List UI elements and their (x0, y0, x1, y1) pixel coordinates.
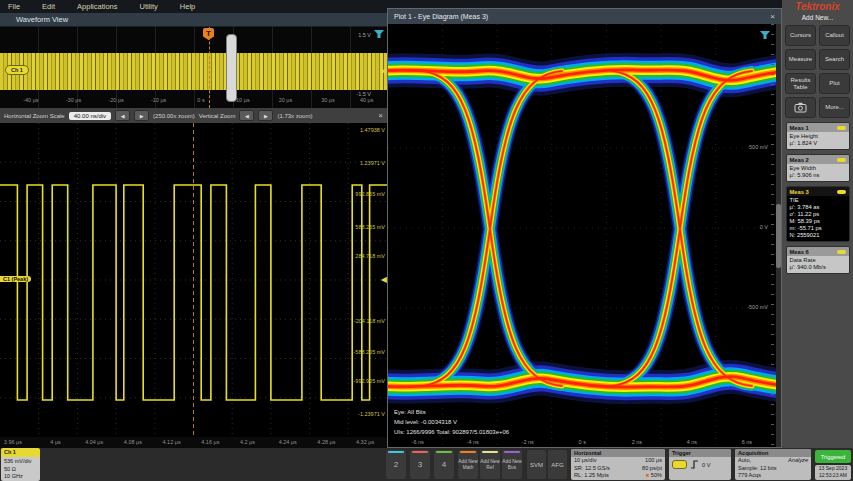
sidebar-button-grid: Cursors Callout Measure Search Results T… (782, 25, 853, 118)
zoom-x-tick: 3.96 µs (4, 439, 22, 445)
v-zoom-increase-button[interactable]: ▶ (258, 110, 273, 121)
acquisition-mode: Auto, (738, 457, 751, 465)
menu-edit[interactable]: Edit (42, 2, 55, 11)
ch1-waveform-handle[interactable]: Ch 1 (5, 65, 29, 75)
trigger-panel[interactable]: Trigger 0 V (669, 449, 731, 480)
eye-x-tick: 6 ns (742, 439, 752, 445)
eye-density-map (388, 70, 781, 387)
meas1-value: µ': 1.824 V (790, 140, 846, 147)
meas3-value: M: 58.39 ps (790, 218, 846, 225)
ch1-overview-waveform (0, 53, 387, 90)
meas2-badge[interactable]: Meas 2 Eye Width µ': 5.906 ns (786, 154, 850, 182)
horizontal-window: 100 µs (645, 457, 662, 465)
cursors-button[interactable]: Cursors (785, 25, 816, 46)
trigger-level-arrow-icon[interactable]: ◀ (381, 67, 386, 75)
horizontal-zoom-label: Horizontal Zoom Scale (4, 113, 65, 119)
zoom-x-tick: 4.16 µs (201, 439, 219, 445)
eye-diagram-svg (388, 24, 781, 447)
ch4-button[interactable]: 4 (434, 450, 454, 479)
tektronix-logo: Tektronix (782, 1, 853, 14)
h-zoom-decrease-button[interactable]: ◀ (115, 110, 130, 121)
right-sidebar: Tektronix Add New... Cursors Callout Mea… (782, 0, 853, 448)
datetime-display: 13 Sep 2023 12:53:23 AM (815, 465, 851, 480)
horizontal-zoom-factor: (250.00x zoom) (153, 113, 195, 119)
meas2-source-pill (837, 158, 846, 162)
meas2-id: Meas 2 (790, 157, 809, 163)
c1-cursor-badge[interactable]: C1 (Peak) (0, 276, 31, 282)
ch2-button[interactable]: 2 (386, 450, 406, 479)
horizontal-zoom-scale-input[interactable]: 40.00 ns/div (69, 112, 111, 120)
meas1-id: Meas 1 (790, 125, 809, 131)
acquisition-panel-title: Acquisition (735, 449, 811, 457)
zoom-y-tick: 1.23971 V (360, 160, 385, 166)
position-indicator-dot: ■ (646, 472, 649, 478)
bottom-settings-bar: Ch 1 536 mV/div 50 Ω 10 GHz 2 3 4 Add Ne… (0, 448, 853, 481)
meas6-badge[interactable]: Meas 6 Data Rate µ': 940.0 Mb/s (786, 246, 850, 274)
svm-button[interactable]: SVM (527, 450, 546, 479)
meas3-badge[interactable]: Meas 3 TIE µ': 3.784 as σ': 11.22 ps M: … (786, 186, 850, 242)
overview-x-tick: -40 µs (23, 97, 38, 103)
search-button[interactable]: Search (819, 49, 850, 70)
acquisition-sample: Sample: 12 bits (738, 465, 777, 473)
eye-x-tick: -2 ns (522, 439, 534, 445)
ch2-label: 2 (394, 460, 398, 469)
zoom-funnel-icon[interactable] (373, 29, 385, 39)
horizontal-scale: 10 µs/div (574, 457, 597, 465)
zoom-x-tick: 4.08 µs (124, 439, 142, 445)
meas3-name: TIE (790, 197, 846, 204)
overview-x-tick: 40 µs (360, 97, 374, 103)
meas1-badge[interactable]: Meas 1 Eye Height µ': 1.824 V (786, 122, 850, 150)
meas3-value: m: -55.71 ps (790, 225, 846, 232)
triggered-status-button[interactable]: Triggered (815, 450, 851, 463)
add-new-bus-button[interactable]: Add New Bus (502, 450, 522, 479)
plot-button[interactable]: Plot (819, 73, 850, 94)
menu-applications[interactable]: Applications (77, 2, 117, 11)
zoom-y-tick: -204.118 mV (354, 318, 385, 324)
eye-scrollbar-thumb[interactable] (776, 204, 781, 268)
zoom-y-tick: -1.23971 V (358, 411, 385, 417)
eye-diagram-plot-area: 500 mV 0 V -500 mV Eye: All Bits Mid lev… (388, 24, 781, 447)
add-new-math-button[interactable]: Add New Math (458, 450, 478, 479)
zoom-x-tick: 4.2 µs (240, 439, 255, 445)
eye-diagram-titlebar[interactable]: Plot 1 - Eye Diagram (Meas 3) × (388, 9, 781, 24)
add-new-ref-button[interactable]: Add New Ref (480, 450, 500, 479)
menu-file[interactable]: File (8, 2, 20, 11)
add-new-label: Add New... (782, 14, 853, 24)
vertical-zoom-label: Vertical Zoom (199, 113, 236, 119)
callout-button[interactable]: Callout (819, 25, 850, 46)
eye-y-tick: 500 mV (749, 144, 768, 150)
zoom-window-handle[interactable] (226, 34, 237, 102)
eye-grid-hlines (388, 148, 781, 308)
eye-x-tick: -6 ns (412, 439, 424, 445)
acquisition-panel[interactable]: Acquisition Auto, Analyze Sample: 12 bit… (735, 449, 811, 480)
menu-utility[interactable]: Utility (139, 2, 157, 11)
add-math-label: Add New Math (458, 459, 478, 469)
h-zoom-increase-button[interactable]: ▶ (134, 110, 149, 121)
eye-info-line: Mid level: -0.0034318 V (394, 419, 457, 425)
v-zoom-decrease-button[interactable]: ◀ (239, 110, 254, 121)
ch3-color-stripe (412, 451, 428, 453)
eye-window-close-icon[interactable]: × (770, 12, 775, 21)
zoom-bar-close-icon[interactable]: × (378, 111, 383, 120)
eye-zoom-funnel-icon[interactable] (759, 30, 771, 40)
menu-help[interactable]: Help (180, 2, 195, 11)
eye-x-tick: -4 ns (467, 439, 479, 445)
afg-button[interactable]: AFG (548, 450, 567, 479)
eye-x-tick: 4 ns (687, 439, 697, 445)
horizontal-panel[interactable]: Horizontal 10 µs/div 100 µs SR: 12.5 GS/… (571, 449, 665, 480)
ch1-settings-badge[interactable]: Ch 1 536 mV/div 50 Ω 10 GHz (1, 448, 40, 481)
zoom-x-tick: 4.32 µs (356, 439, 374, 445)
time: 12:53:23 AM (815, 472, 851, 479)
eye-info-line: UIs: 1266/9996 Total: 902897/5.01803e+06 (394, 429, 509, 435)
more-button[interactable]: More... (819, 97, 850, 118)
overview-x-tick: 0 s (197, 97, 204, 103)
ch4-color-stripe (436, 451, 452, 453)
meas1-source-pill (837, 126, 846, 130)
results-table-button[interactable]: Results Table (785, 73, 816, 94)
horizontal-panel-title: Horizontal (571, 449, 665, 457)
measure-button[interactable]: Measure (785, 49, 816, 70)
ch3-button[interactable]: 3 (410, 450, 430, 479)
add-bus-label: Add New Bus (502, 459, 522, 469)
screenshot-button[interactable] (785, 97, 816, 118)
meas2-value: µ': 5.906 ns (790, 172, 846, 179)
